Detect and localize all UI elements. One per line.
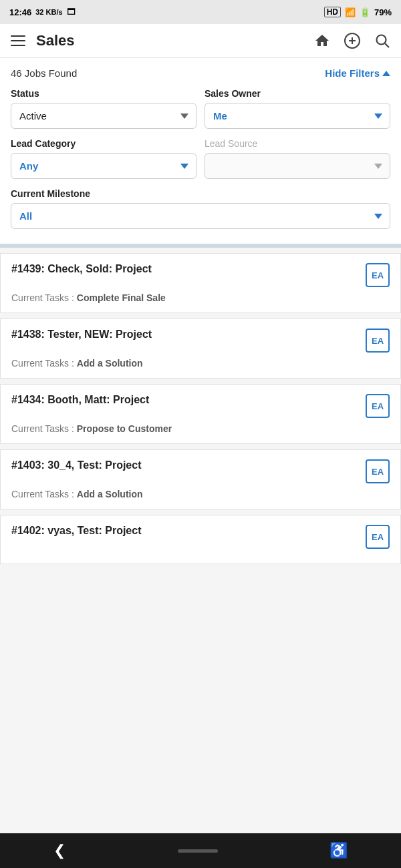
chevron-up-icon bbox=[382, 71, 390, 76]
menu-line-2 bbox=[11, 40, 25, 41]
status-right: HD 📶 🔋 79% bbox=[324, 7, 392, 17]
status-bar: 12:46 32 KB/s 🗔 HD 📶 🔋 79% bbox=[0, 0, 401, 24]
header-icons bbox=[314, 32, 390, 49]
job-card-1438[interactable]: #1438: Tester, NEW: Project EA Current T… bbox=[0, 318, 401, 379]
job-tasks-label-1434: Current Tasks bbox=[11, 423, 69, 434]
hide-filters-label: Hide Filters bbox=[325, 67, 380, 79]
job-title-1402: #1402: vyas, Test: Project bbox=[11, 525, 366, 537]
battery-level: 79% bbox=[374, 7, 392, 17]
filter-row-1: Status Active Inactive All Sales Owner M… bbox=[11, 88, 390, 129]
current-milestone-filter-group: Current Milestone All Stage 1 Stage 2 St… bbox=[11, 188, 390, 229]
hide-filters-button[interactable]: Hide Filters bbox=[325, 67, 390, 79]
job-task-value-1434: Propose to Customer bbox=[77, 423, 172, 434]
job-badge-1403: EA bbox=[366, 459, 390, 483]
job-tasks-1438: Current Tasks : Add a Solution bbox=[11, 358, 390, 369]
job-tasks-1403: Current Tasks : Add a Solution bbox=[11, 489, 390, 499]
job-title-1403: #1403: 30_4, Test: Project bbox=[11, 459, 366, 471]
menu-line-3 bbox=[11, 45, 25, 46]
search-button[interactable] bbox=[374, 33, 390, 49]
lead-source-label: Lead Source bbox=[205, 138, 390, 149]
signal-icon: 📶 bbox=[345, 7, 356, 17]
lead-source-filter-group: Lead Source All Web Phone Referral bbox=[205, 138, 390, 179]
page-title: Sales bbox=[36, 32, 75, 49]
svg-line-4 bbox=[385, 43, 389, 47]
lead-source-select-wrapper: All Web Phone Referral bbox=[205, 153, 390, 179]
sales-owner-label: Sales Owner bbox=[205, 88, 390, 99]
filter-row-3: Current Milestone All Stage 1 Stage 2 St… bbox=[11, 188, 390, 229]
add-button[interactable] bbox=[344, 32, 361, 49]
job-tasks-separator-1403: : bbox=[72, 489, 77, 499]
job-tasks-separator-1434: : bbox=[72, 423, 77, 434]
job-badge-1402: EA bbox=[366, 525, 390, 549]
current-milestone-label: Current Milestone bbox=[11, 188, 390, 199]
job-tasks-separator-1438: : bbox=[72, 358, 77, 369]
job-badge-1434: EA bbox=[366, 394, 390, 418]
filter-bar: 46 Jobs Found Hide Filters Status Active… bbox=[0, 58, 401, 244]
network-speed: 32 KB/s bbox=[35, 8, 62, 16]
menu-button[interactable] bbox=[11, 35, 25, 46]
filter-summary: 46 Jobs Found Hide Filters bbox=[11, 67, 390, 79]
job-tasks-separator-1439: : bbox=[72, 292, 77, 303]
current-milestone-select[interactable]: All Stage 1 Stage 2 Stage 3 bbox=[11, 203, 390, 229]
job-tasks-label-1438: Current Tasks bbox=[11, 358, 69, 369]
jobs-found-label: 46 Jobs Found bbox=[11, 67, 77, 79]
job-list: #1439: Check, Sold: Project EA Current T… bbox=[0, 253, 401, 564]
job-task-value-1403: Add a Solution bbox=[77, 489, 143, 499]
header-left: Sales bbox=[11, 32, 75, 49]
accessibility-button[interactable]: ♿ bbox=[329, 842, 348, 859]
job-title-1434: #1434: Booth, Matt: Project bbox=[11, 394, 366, 406]
job-tasks-label-1439: Current Tasks bbox=[11, 292, 69, 303]
status-label: Status bbox=[11, 88, 196, 99]
status-filter-group: Status Active Inactive All bbox=[11, 88, 196, 129]
lead-source-select[interactable]: All Web Phone Referral bbox=[205, 153, 390, 179]
time: 12:46 bbox=[9, 7, 31, 17]
job-card-header-1402: #1402: vyas, Test: Project EA bbox=[11, 525, 390, 549]
svg-point-3 bbox=[377, 35, 386, 45]
status-select[interactable]: Active Inactive All bbox=[11, 103, 196, 129]
job-card-header-1439: #1439: Check, Sold: Project EA bbox=[11, 263, 390, 287]
lead-category-label: Lead Category bbox=[11, 138, 196, 149]
sales-owner-filter-group: Sales Owner Me All Unassigned bbox=[205, 88, 390, 129]
home-button[interactable] bbox=[314, 33, 330, 49]
network-icon: 🗔 bbox=[67, 7, 75, 17]
job-card-1434[interactable]: #1434: Booth, Matt: Project EA Current T… bbox=[0, 384, 401, 444]
job-tasks-1439: Current Tasks : Complete Final Sale bbox=[11, 292, 390, 303]
job-task-value-1439: Complete Final Sale bbox=[77, 292, 166, 303]
job-card-1439[interactable]: #1439: Check, Sold: Project EA Current T… bbox=[0, 253, 401, 313]
app-header: Sales bbox=[0, 24, 401, 58]
lead-category-select-wrapper: Any Category A Category B bbox=[11, 153, 196, 179]
job-badge-1439: EA bbox=[366, 263, 390, 287]
hd-badge: HD bbox=[324, 7, 341, 17]
job-card-header-1434: #1434: Booth, Matt: Project EA bbox=[11, 394, 390, 418]
current-milestone-select-wrapper: All Stage 1 Stage 2 Stage 3 bbox=[11, 203, 390, 229]
job-card-1402[interactable]: #1402: vyas, Test: Project EA bbox=[0, 515, 401, 564]
back-button[interactable]: ❮ bbox=[53, 842, 65, 859]
home-indicator bbox=[178, 849, 218, 853]
lead-category-select[interactable]: Any Category A Category B bbox=[11, 153, 196, 179]
status-select-wrapper: Active Inactive All bbox=[11, 103, 196, 129]
job-tasks-label-1403: Current Tasks bbox=[11, 489, 69, 499]
lead-category-filter-group: Lead Category Any Category A Category B bbox=[11, 138, 196, 179]
sales-owner-select-wrapper: Me All Unassigned bbox=[205, 103, 390, 129]
filter-divider bbox=[0, 244, 401, 248]
job-badge-1438: EA bbox=[366, 329, 390, 353]
job-task-value-1438: Add a Solution bbox=[77, 358, 143, 369]
menu-line-1 bbox=[11, 35, 25, 37]
filter-row-2: Lead Category Any Category A Category B … bbox=[11, 138, 390, 179]
battery-icon: 🔋 bbox=[360, 7, 370, 17]
job-card-header-1403: #1403: 30_4, Test: Project EA bbox=[11, 459, 390, 483]
job-tasks-1434: Current Tasks : Propose to Customer bbox=[11, 423, 390, 434]
job-card-1403[interactable]: #1403: 30_4, Test: Project EA Current Ta… bbox=[0, 449, 401, 509]
sales-owner-select[interactable]: Me All Unassigned bbox=[205, 103, 390, 129]
job-card-header-1438: #1438: Tester, NEW: Project EA bbox=[11, 329, 390, 353]
status-left: 12:46 32 KB/s 🗔 bbox=[9, 7, 75, 17]
job-title-1439: #1439: Check, Sold: Project bbox=[11, 263, 366, 275]
bottom-nav: ❮ ♿ bbox=[0, 833, 401, 868]
job-title-1438: #1438: Tester, NEW: Project bbox=[11, 329, 366, 341]
